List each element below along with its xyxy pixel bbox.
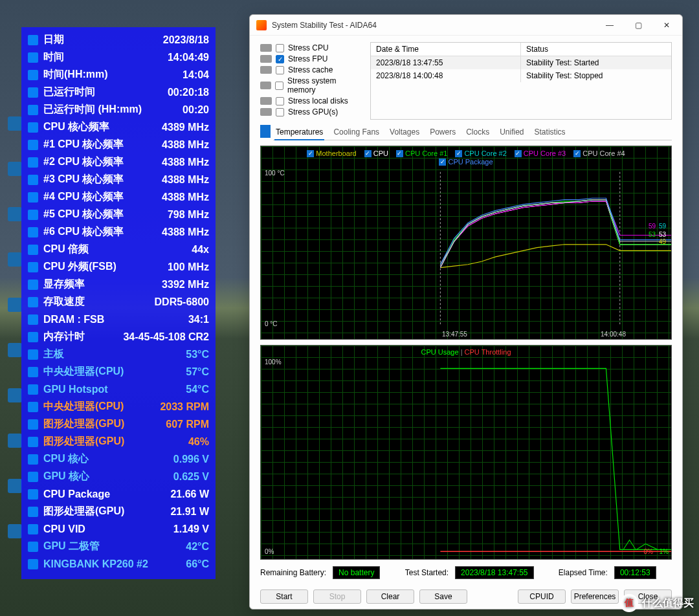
sensor-icon bbox=[28, 70, 38, 80]
desktop-icon[interactable] bbox=[8, 162, 22, 176]
start-button[interactable]: Start bbox=[260, 589, 308, 604]
osd-label: CPU VID bbox=[43, 523, 173, 535]
tab-cooling-fans[interactable]: Cooling Fans bbox=[332, 125, 381, 140]
checkbox[interactable]: ✓ bbox=[276, 55, 284, 63]
stress-option[interactable]: Stress GPU(s) bbox=[260, 107, 364, 116]
desktop-icon[interactable] bbox=[8, 388, 22, 402]
desktop-icon[interactable] bbox=[8, 298, 22, 312]
sensor-icon bbox=[28, 437, 38, 447]
checkbox[interactable] bbox=[276, 44, 284, 52]
tab-temperatures[interactable]: Temperatures bbox=[274, 125, 324, 140]
osd-row: 图形处理器(GPU) 46% bbox=[28, 433, 209, 450]
stress-label: Stress local disks bbox=[288, 96, 348, 105]
sensor-icon bbox=[28, 419, 38, 430]
legend-item[interactable]: ✓ CPU bbox=[364, 149, 388, 157]
osd-label: KINGBANK KP260 #2 bbox=[43, 558, 186, 570]
sensor-icon bbox=[28, 472, 38, 482]
osd-row: 中央处理器(CPU) 2033 RPM bbox=[28, 398, 209, 415]
stress-option[interactable]: Stress CPU bbox=[260, 43, 364, 52]
desktop-icon[interactable] bbox=[8, 252, 22, 267]
osd-label: DRAM : FSB bbox=[43, 314, 188, 325]
checkbox[interactable] bbox=[276, 66, 284, 74]
osd-value: 4389 MHz bbox=[162, 122, 209, 133]
osd-label: CPU 倍频 bbox=[43, 243, 192, 256]
legend-item[interactable]: ✓ CPU Core #4 bbox=[573, 149, 625, 157]
stress-option[interactable]: Stress local disks bbox=[260, 96, 364, 105]
hw-icon bbox=[260, 82, 271, 89]
tab-unified[interactable]: Unified bbox=[498, 125, 525, 140]
desktop-icon[interactable] bbox=[8, 479, 22, 493]
legend-checkbox[interactable]: ✓ bbox=[573, 150, 581, 157]
sensor-icon bbox=[28, 349, 38, 360]
osd-row: 图形处理器(GPU) 21.91 W bbox=[28, 503, 209, 520]
watermark-logo-icon: 值 bbox=[620, 594, 638, 612]
desktop-icon[interactable] bbox=[8, 116, 22, 131]
legend-checkbox[interactable]: ✓ bbox=[439, 159, 446, 166]
stress-option[interactable]: Stress system memory bbox=[260, 76, 364, 94]
legend-item[interactable]: ✓ CPU Package bbox=[439, 158, 493, 166]
cpuid-button[interactable]: CPUID bbox=[518, 589, 566, 604]
tab-statistics[interactable]: Statistics bbox=[533, 125, 567, 140]
battery-label: Remaining Battery: bbox=[260, 568, 326, 577]
log-row[interactable]: 2023/8/18 13:47:55 Stability Test: Start… bbox=[371, 56, 671, 69]
hw-icon bbox=[260, 97, 272, 105]
save-button[interactable]: Save bbox=[419, 589, 467, 604]
desktop-icon[interactable] bbox=[8, 434, 22, 448]
osd-value: 53°C bbox=[186, 349, 209, 360]
sensor-icon bbox=[28, 122, 38, 133]
osd-label: CPU 核心 bbox=[43, 452, 173, 466]
tab-voltages[interactable]: Voltages bbox=[388, 125, 421, 140]
watermark: 值 什么值得买 bbox=[620, 594, 694, 612]
preferences-button[interactable]: Preferences bbox=[571, 589, 619, 604]
sensor-icon bbox=[28, 87, 38, 98]
osd-value: 34-45-45-108 CR2 bbox=[123, 331, 209, 343]
status-bar: Remaining Battery: No battery Test Start… bbox=[260, 565, 672, 580]
osd-label: 内存计时 bbox=[43, 330, 123, 344]
checkbox[interactable] bbox=[276, 97, 284, 105]
legend-checkbox[interactable]: ✓ bbox=[364, 150, 372, 157]
legend-item[interactable]: ✓ CPU Core #3 bbox=[515, 149, 566, 157]
legend-item[interactable]: ✓ CPU Core #2 bbox=[455, 149, 506, 157]
legend-checkbox[interactable]: ✓ bbox=[515, 150, 522, 157]
temp-readout: 59 bbox=[659, 223, 666, 230]
osd-value: 00:20:18 bbox=[168, 87, 209, 98]
desktop-icons bbox=[8, 116, 22, 569]
osd-value: DDR5-6800 bbox=[155, 296, 209, 308]
osd-label: 日期 bbox=[43, 33, 163, 47]
checkbox[interactable] bbox=[275, 82, 283, 90]
legend-checkbox[interactable]: ✓ bbox=[307, 150, 314, 157]
log-head-status[interactable]: Status bbox=[521, 43, 671, 56]
checkbox[interactable] bbox=[276, 108, 284, 116]
osd-value: 3392 MHz bbox=[162, 279, 209, 291]
clear-button[interactable]: Clear bbox=[366, 589, 414, 604]
stress-option[interactable]: Stress cache bbox=[260, 65, 364, 74]
legend-checkbox[interactable]: ✓ bbox=[396, 150, 403, 157]
elapsed-label: Elapsed Time: bbox=[559, 568, 608, 577]
stress-option[interactable]: ✓ Stress FPU bbox=[260, 54, 364, 63]
maximize-button[interactable]: ▢ bbox=[624, 16, 652, 35]
osd-value: 44x bbox=[192, 244, 209, 256]
osd-label: 存取速度 bbox=[43, 295, 155, 309]
tab-clocks[interactable]: Clocks bbox=[465, 125, 491, 140]
osd-label: 时间 bbox=[43, 50, 168, 64]
osd-label: 图形处理器(GPU) bbox=[43, 417, 166, 431]
sensor-icon bbox=[28, 367, 38, 377]
desktop-icon[interactable] bbox=[8, 207, 22, 221]
close-button[interactable]: ✕ bbox=[652, 16, 681, 35]
titlebar[interactable]: System Stability Test - AIDA64 ― ▢ ✕ bbox=[250, 15, 682, 36]
desktop-icon[interactable] bbox=[8, 343, 22, 357]
tab-powers[interactable]: Powers bbox=[428, 125, 457, 140]
log-head-datetime[interactable]: Date & Time bbox=[371, 43, 521, 56]
osd-value: 2033 RPM bbox=[160, 401, 209, 413]
battery-value: No battery bbox=[333, 566, 380, 579]
osd-row: GPU Hotspot 54°C bbox=[28, 380, 209, 398]
desktop-icon[interactable] bbox=[8, 524, 22, 538]
osd-label: 中央处理器(CPU) bbox=[43, 400, 160, 413]
sensor-icon bbox=[28, 454, 38, 465]
osd-row: 中央处理器(CPU) 57°C bbox=[28, 363, 209, 380]
legend-item[interactable]: ✓ Motherboard bbox=[307, 149, 356, 157]
log-row[interactable]: 2023/8/18 14:00:48 Stability Test: Stopp… bbox=[371, 69, 671, 82]
legend-checkbox[interactable]: ✓ bbox=[455, 150, 462, 157]
minimize-button[interactable]: ― bbox=[595, 16, 624, 35]
legend-item[interactable]: ✓ CPU Core #1 bbox=[396, 149, 447, 157]
